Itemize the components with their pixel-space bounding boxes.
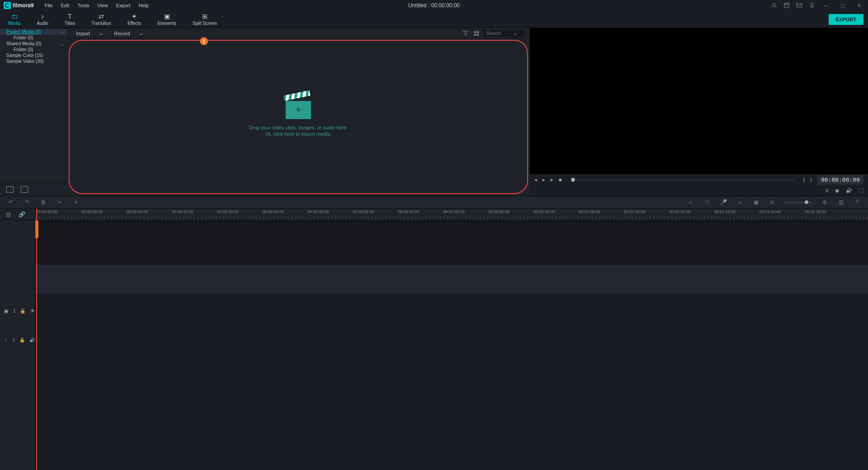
ruler-mark: 00:00:05:00 xyxy=(81,209,103,214)
preview-bottom-tools: ⎚ ◉ 🔊 ⛶ xyxy=(530,185,868,196)
zoom-out-icon[interactable]: ⊖ xyxy=(769,199,776,205)
audio-track-header[interactable]: ♪ 1 🔓 🔊 xyxy=(0,326,35,353)
media-drop-zone[interactable]: 1 + Drop your video clips, images, or au… xyxy=(67,39,530,196)
lock-icon[interactable]: 🔓 xyxy=(20,309,25,313)
project-title: Untitled : 00:00:00:00 xyxy=(408,2,460,9)
folder-icon: 🗀 xyxy=(11,13,18,20)
search-box[interactable]: ⌕ xyxy=(484,30,524,37)
lock-icon[interactable]: 🔓 xyxy=(19,337,25,342)
minimize-button[interactable]: — xyxy=(821,1,832,10)
zoom-fit-icon[interactable]: ▥ xyxy=(837,199,844,205)
maximize-button[interactable]: ▢ xyxy=(837,1,848,10)
clapper-icon: + xyxy=(286,94,311,119)
tab-elements[interactable]: ▣ Elements xyxy=(149,11,184,28)
undo-icon[interactable]: ↶ xyxy=(7,199,14,205)
timeline-ruler[interactable]: 00:00:00:0000:00:05:0000:00:10:0000:00:1… xyxy=(35,209,868,220)
ruler-mark: 00:00:40:00 xyxy=(398,209,420,214)
message-icon[interactable] xyxy=(796,2,803,9)
playhead[interactable] xyxy=(36,209,37,470)
chevron-down-icon[interactable]: ⌄ xyxy=(61,41,64,46)
video-track-1[interactable] xyxy=(35,296,868,323)
edit-icon[interactable]: ≡ xyxy=(72,199,80,205)
tree-folder-1[interactable]: Folder (0) xyxy=(0,35,67,41)
zoom-in-icon[interactable]: ⊕ xyxy=(821,199,828,205)
quality-icon[interactable]: ⎚ xyxy=(826,188,829,193)
menu-edit[interactable]: Edit xyxy=(57,1,73,10)
mark-out-icon[interactable]: } xyxy=(810,177,812,182)
search-input[interactable] xyxy=(486,31,514,36)
tree-sample-video[interactable]: Sample Video (20) xyxy=(0,58,67,64)
tab-media[interactable]: 🗀 Media xyxy=(0,11,28,28)
crop-icon[interactable]: ▣ xyxy=(752,199,760,205)
timeline-area: ▤ 🔗 ▣ 1 🔓 👁 ♪ 1 🔓 🔊 00:00:00:0000:00:05:… xyxy=(0,209,868,470)
tree-shared-media[interactable]: Shared Media (0) ⌄ xyxy=(0,41,67,47)
audio-track-1[interactable] xyxy=(35,323,868,351)
drop-content: + Drop your video clips, images, or audi… xyxy=(249,94,348,137)
help-icon[interactable]: ? xyxy=(854,199,861,205)
marker-icon[interactable]: ⬡ xyxy=(703,199,711,205)
eye-icon[interactable]: 👁 xyxy=(30,309,35,313)
menu-help[interactable]: Help xyxy=(135,1,153,10)
snapshot-icon[interactable]: ◉ xyxy=(835,188,840,194)
main-toolbar: 🗀 Media ♪ Audio T Titles ⇄ Transition ✦ … xyxy=(0,11,868,28)
ruler-mark: 00:00:35:00 xyxy=(353,209,374,214)
search-icon[interactable]: ⌕ xyxy=(514,31,517,36)
save-icon[interactable] xyxy=(783,2,790,9)
volume-icon[interactable]: 🔊 xyxy=(846,188,852,194)
mark-in-icon[interactable]: { xyxy=(803,177,805,182)
track-gap-1 xyxy=(35,265,868,294)
folder-icon[interactable] xyxy=(21,186,28,193)
tree-sample-color[interactable]: Sample Color (15) xyxy=(0,52,67,58)
record-dropdown[interactable]: Record ⌄ xyxy=(110,29,146,37)
tab-split-screen[interactable]: ⊞ Split Screen xyxy=(184,11,225,28)
close-button[interactable]: ✕ xyxy=(854,1,864,10)
preview-viewport[interactable] xyxy=(530,28,868,174)
mic-icon[interactable] xyxy=(808,2,816,9)
filter-icon[interactable] xyxy=(462,30,469,37)
preview-panel: ◂ ▸ ▸ ■ { } 00:00:00:00 ⎚ ◉ 🔊 ⛶ xyxy=(530,28,868,196)
video-track-header[interactable]: ▣ 1 🔓 👁 xyxy=(0,297,35,324)
tab-titles[interactable]: T Titles xyxy=(57,11,84,28)
play-button[interactable]: ▸ xyxy=(542,177,545,183)
next-frame-button[interactable]: ▸ xyxy=(551,177,553,183)
fullscreen-icon[interactable]: ⛶ xyxy=(859,188,863,193)
main-area: Project Media (0) ⌄ Folder (0) Shared Me… xyxy=(0,28,868,196)
grid-view-icon[interactable] xyxy=(473,30,480,37)
link-icon[interactable]: 🔗 xyxy=(18,211,25,218)
drop-text: Drop your video clips, images, or audio … xyxy=(249,124,348,137)
add-folder-icon[interactable] xyxy=(6,186,14,193)
chevron-down-icon[interactable]: ⌄ xyxy=(61,29,64,34)
mute-icon[interactable]: 🔊 xyxy=(29,337,35,342)
preview-scrubber[interactable] xyxy=(571,179,794,180)
menu-export[interactable]: Export xyxy=(113,1,134,10)
ruler-mark: 00:00:15:00 xyxy=(172,209,193,214)
zoom-slider[interactable] xyxy=(785,202,812,203)
import-dropdown[interactable]: Import ⌄ xyxy=(72,29,107,37)
ruler-mark: 00:00:20:00 xyxy=(217,209,239,214)
svg-rect-8 xyxy=(477,34,479,36)
tree-folder-2[interactable]: Folder (0) xyxy=(0,47,67,52)
ruler-mark: 00:01:00:00 xyxy=(579,209,600,214)
menu-file[interactable]: File xyxy=(41,1,57,10)
audio-mixer-icon[interactable]: ♫ xyxy=(736,199,743,205)
split-icon[interactable]: ✂ xyxy=(56,199,63,205)
menu-tools[interactable]: Tools xyxy=(74,1,93,10)
render-icon[interactable]: ▹ xyxy=(687,199,694,205)
tree-project-media[interactable]: Project Media (0) ⌄ xyxy=(0,29,67,35)
delete-icon[interactable]: 🗑 xyxy=(40,199,47,205)
menu-bar: File Edit Tools View Export Help xyxy=(41,1,152,10)
timeline-tracks[interactable]: 00:00:00:0000:00:05:0000:00:10:0000:00:1… xyxy=(35,209,868,470)
manage-tracks-icon[interactable]: ▤ xyxy=(5,211,12,218)
timeline-toolbar: ↶ ↷ 🗑 ✂ ≡ ▹ ⬡ 🎤 ♫ ▣ ⊖ ⊕ ▥ ? xyxy=(0,196,868,209)
stop-button[interactable]: ■ xyxy=(559,177,562,182)
redo-icon[interactable]: ↷ xyxy=(24,199,31,205)
tab-audio[interactable]: ♪ Audio xyxy=(28,11,57,28)
ruler-mark: 00:00:00:00 xyxy=(36,209,58,214)
tab-effects[interactable]: ✦ Effects xyxy=(119,11,149,28)
account-icon[interactable] xyxy=(770,2,778,9)
prev-frame-button[interactable]: ◂ xyxy=(534,177,537,183)
export-button[interactable]: EXPORT xyxy=(829,14,863,25)
voiceover-icon[interactable]: 🎤 xyxy=(720,199,727,205)
tab-transition[interactable]: ⇄ Transition xyxy=(83,11,119,28)
menu-view[interactable]: View xyxy=(94,1,112,10)
